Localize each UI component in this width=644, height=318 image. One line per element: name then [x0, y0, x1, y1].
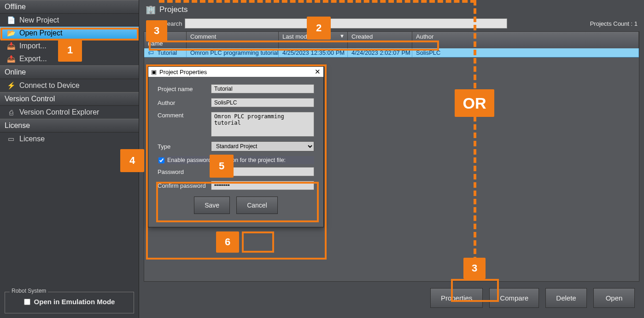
- sidebar-item-label: Open Project: [19, 29, 62, 37]
- compare-button[interactable]: Compare: [489, 288, 539, 308]
- lbl-password: Password: [158, 168, 206, 175]
- cell-lastmod: 4/25/2023 12:35:00 PM: [279, 48, 348, 57]
- cancel-button[interactable]: Cancel: [236, 197, 278, 214]
- callout-3a: 3: [146, 20, 167, 41]
- dialog-title-text: Project Properties: [159, 69, 207, 75]
- card-icon: ▭: [6, 135, 16, 143]
- folder-open-icon: 📂: [6, 29, 16, 37]
- project-icon: 🏷: [148, 49, 154, 56]
- dialog-titlebar[interactable]: ▣ Project Properties ✕: [148, 67, 323, 77]
- type-select[interactable]: Standard Project: [211, 141, 314, 151]
- branch-icon: ⎙: [6, 109, 16, 116]
- projects-header: 🏢 Projects: [144, 3, 639, 17]
- emulation-label: Open in Emulation Mode: [34, 298, 115, 306]
- author-input[interactable]: [211, 98, 314, 107]
- project-name-input[interactable]: [211, 84, 314, 93]
- open-button[interactable]: Open: [593, 288, 635, 308]
- col-comment[interactable]: Comment: [187, 32, 279, 48]
- section-header-license: License: [0, 119, 139, 133]
- section-header-offline: Offline: [0, 0, 139, 14]
- callout-2: 2: [307, 17, 331, 40]
- cell-created: 4/24/2023 2:02:07 PM: [348, 48, 412, 57]
- robot-system-group: Robot System Open in Emulation Mode: [5, 292, 134, 313]
- section-header-online: Online: [0, 65, 139, 79]
- sidebar-item-license[interactable]: ▭ License: [0, 133, 139, 145]
- section-header-version: Version Control: [0, 92, 139, 106]
- sidebar-item-new-project[interactable]: 📄 New Project: [0, 14, 139, 27]
- delete-button[interactable]: Delete: [545, 288, 587, 308]
- cell-comment: Omron PLC programming tutorial: [187, 48, 279, 57]
- col-author[interactable]: Author: [412, 32, 639, 48]
- callout-1: 1: [58, 39, 82, 62]
- sidebar-item-label: License: [19, 135, 45, 143]
- import-icon: 📥: [6, 42, 16, 50]
- callout-6: 6: [216, 231, 239, 253]
- bottom-buttons: Properties Compare Delete Open: [144, 282, 639, 313]
- lbl-type: Type: [158, 143, 206, 150]
- projects-title: Projects: [159, 5, 187, 14]
- table-row[interactable]: 🏷 Tutorial Omron PLC programming tutoria…: [144, 48, 639, 58]
- callout-3b: 3: [463, 258, 486, 279]
- sidebar-item-label: Export...: [19, 55, 47, 63]
- document-plus-icon: 📄: [6, 16, 16, 24]
- sidebar-item-label: New Project: [19, 16, 59, 24]
- cell-name: Tutorial: [157, 49, 177, 56]
- export-icon: 📤: [6, 55, 16, 63]
- cell-author: SolisPLC: [412, 48, 639, 57]
- close-icon[interactable]: ✕: [315, 68, 321, 76]
- project-properties-dialog: ▣ Project Properties ✕ Project name Auth…: [148, 66, 324, 227]
- sidebar-item-open-project[interactable]: 📂 Open Project: [0, 27, 139, 40]
- lightning-icon: ⚡: [6, 81, 16, 90]
- building-icon: 🏢: [146, 5, 156, 15]
- confirm-password-input[interactable]: [211, 181, 314, 190]
- callout-4: 4: [120, 149, 144, 172]
- lbl-project-name: Project name: [158, 86, 206, 93]
- properties-button[interactable]: Properties: [430, 288, 483, 308]
- sidebar-item-label: Connect to Device: [19, 81, 80, 90]
- lbl-confirm: Confirm password: [158, 182, 206, 189]
- callout-5: 5: [210, 155, 234, 178]
- projects-count: Projects Count : 1: [590, 20, 638, 27]
- lbl-author: Author: [158, 99, 206, 106]
- comment-input[interactable]: Omron PLC programming tutorial: [211, 112, 314, 137]
- sidebar-item-version-control[interactable]: ⎙ Version Control Explorer: [0, 106, 139, 119]
- sidebar-item-label: Version Control Explorer: [19, 108, 99, 116]
- emulation-checkbox[interactable]: [24, 299, 30, 305]
- grid-header: Project name Comment Last modified ▼ Cre…: [144, 32, 639, 48]
- search-input[interactable]: [185, 18, 507, 29]
- lbl-comment: Comment: [158, 112, 206, 119]
- callout-or: OR: [455, 89, 494, 117]
- enable-password-checkbox[interactable]: [158, 157, 164, 163]
- robot-system-legend: Robot System: [10, 288, 48, 294]
- sort-desc-icon: ▼: [340, 33, 345, 39]
- window-icon: ▣: [151, 69, 157, 75]
- save-button[interactable]: Save: [194, 197, 230, 214]
- col-created[interactable]: Created: [348, 32, 412, 48]
- sidebar-item-label: Import...: [19, 42, 47, 50]
- sidebar-item-connect-device[interactable]: ⚡ Connect to Device: [0, 79, 139, 92]
